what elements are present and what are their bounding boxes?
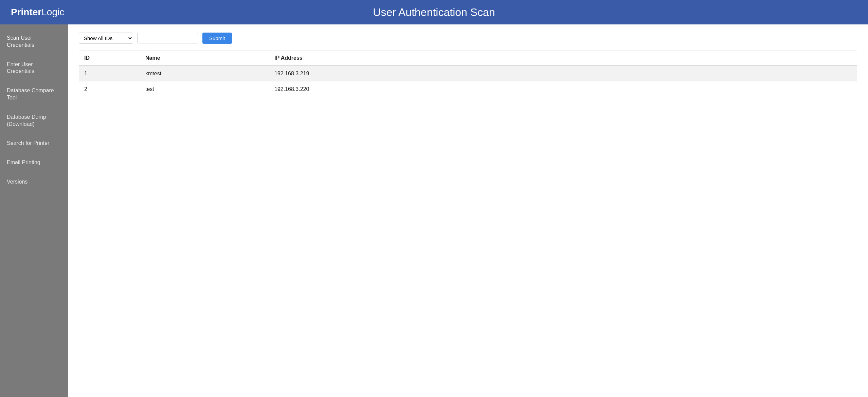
table-row: 2test192.168.3.220 [79, 81, 857, 97]
sidebar-item-scan-user-credentials[interactable]: Scan User Credentials [0, 29, 68, 55]
cell-name: test [140, 81, 269, 97]
col-header-name: Name [140, 51, 269, 66]
cell-ip: 192.168.3.220 [269, 81, 857, 97]
id-select[interactable]: Show All IDs [79, 33, 133, 44]
logo-normal: Logic [41, 7, 64, 17]
col-header-ip: IP Address [269, 51, 857, 66]
sidebar-item-enter-user-credentials[interactable]: Enter User Credentials [0, 55, 68, 81]
cell-name: kmtest [140, 65, 269, 81]
logo-bold: Printer [11, 7, 41, 17]
table-row: 1kmtest192.168.3.219 [79, 65, 857, 81]
main-content: Show All IDs Submit ID Name IP Address 1… [68, 24, 868, 397]
submit-button[interactable]: Submit [202, 33, 232, 44]
table-header-row: ID Name IP Address [79, 51, 857, 66]
app-logo: PrinterLogic [11, 7, 64, 18]
cell-id: 2 [79, 81, 140, 97]
cell-ip: 192.168.3.219 [269, 65, 857, 81]
sidebar-item-email-printing[interactable]: Email Printing [0, 153, 68, 172]
sidebar-item-search-for-printer[interactable]: Search for Printer [0, 134, 68, 153]
app-header: PrinterLogic User Authentication Scan [0, 0, 868, 24]
page-title: User Authentication Scan [373, 6, 495, 19]
sidebar-item-database-dump[interactable]: Database Dump (Download) [0, 108, 68, 134]
sidebar: Scan User Credentials Enter User Credent… [0, 24, 68, 397]
col-header-id: ID [79, 51, 140, 66]
main-layout: Scan User Credentials Enter User Credent… [0, 24, 868, 397]
cell-id: 1 [79, 65, 140, 81]
sidebar-item-database-compare-tool[interactable]: Database Compare Tool [0, 81, 68, 108]
sidebar-item-versions[interactable]: Versions [0, 172, 68, 192]
results-table: ID Name IP Address 1kmtest192.168.3.2192… [79, 51, 857, 97]
toolbar: Show All IDs Submit [79, 33, 857, 44]
search-input[interactable] [137, 33, 198, 43]
